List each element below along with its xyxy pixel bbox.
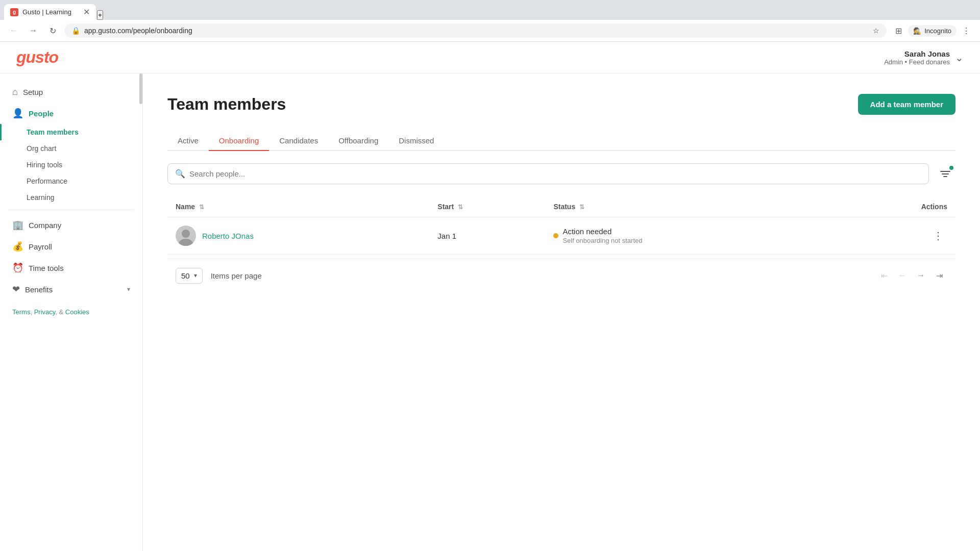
per-page-selector[interactable]: 50 ▾ — [176, 268, 203, 284]
search-icon: 🔍 — [175, 169, 185, 179]
sidebar-label-team-members: Team members — [27, 128, 79, 136]
column-header-name[interactable]: Name ⇅ — [167, 196, 429, 217]
lock-icon: 🔒 — [71, 27, 80, 35]
sidebar-label-people: People — [29, 109, 54, 118]
sidebar-item-payroll[interactable]: 💰 Payroll — [0, 236, 142, 257]
tab-title: Gusto | Learning — [22, 8, 79, 16]
status-sublabel: Self onboarding not started — [562, 237, 642, 244]
page-title: Team members — [167, 95, 286, 114]
start-sort-icon: ⇅ — [458, 204, 463, 211]
pagination-nav: ⇤ ← → ⇥ — [876, 267, 947, 284]
tab-onboarding[interactable]: Onboarding — [209, 131, 269, 151]
next-page-button[interactable]: → — [913, 267, 929, 284]
incognito-icon: 🕵 — [913, 27, 921, 35]
row-actions-button[interactable]: ⋮ — [929, 228, 947, 244]
sidebar-label-setup: Setup — [23, 88, 43, 96]
sidebar-item-time-tools[interactable]: ⏰ Time tools — [0, 257, 142, 279]
sidebar-item-org-chart[interactable]: Org chart — [0, 140, 142, 157]
privacy-link[interactable]: Privacy — [34, 308, 56, 316]
svg-point-4 — [182, 230, 190, 238]
app-header: gusto Sarah Jonas Admin • Feed donares ⌄ — [0, 42, 980, 73]
benefits-icon: ❤ — [12, 284, 20, 295]
cookies-link[interactable]: Cookies — [65, 308, 89, 316]
prev-page-button[interactable]: ← — [894, 267, 911, 284]
column-header-start[interactable]: Start ⇅ — [429, 196, 545, 217]
tab-close-button[interactable]: ✕ — [83, 7, 90, 17]
setup-icon: ⌂ — [12, 87, 18, 97]
column-header-status[interactable]: Status ⇅ — [545, 196, 837, 217]
people-icon: 👤 — [12, 108, 23, 119]
tab-offboarding[interactable]: Offboarding — [328, 131, 388, 151]
user-details: Sarah Jonas Admin • Feed donares — [884, 49, 950, 66]
status-dot — [553, 233, 558, 238]
tab-candidates[interactable]: Candidates — [269, 131, 328, 151]
back-button[interactable]: ← — [6, 23, 21, 38]
sidebar-label-company: Company — [29, 221, 61, 230]
incognito-badge: 🕵 Incognito — [908, 25, 957, 37]
page-header: Team members Add a team member — [167, 94, 955, 115]
sidebar-label-performance: Performance — [27, 177, 67, 185]
new-tab-button[interactable]: + — [97, 10, 103, 20]
sidebar-divider — [8, 210, 134, 210]
pagination-row: 50 ▾ Items per page ⇤ ← → ⇥ — [167, 259, 955, 292]
benefits-chevron: ▾ — [127, 286, 130, 293]
sidebar-item-learning[interactable]: Learning — [0, 189, 142, 206]
terms-link[interactable]: Terms — [12, 308, 30, 316]
user-name: Sarah Jonas — [884, 49, 950, 58]
filter-active-dot — [949, 166, 953, 170]
active-tab[interactable]: g Gusto | Learning ✕ — [4, 4, 96, 20]
sidebar-item-hiring-tools[interactable]: Hiring tools — [0, 157, 142, 173]
search-input[interactable] — [189, 169, 921, 178]
user-role: Admin • Feed donares — [884, 58, 950, 66]
tabs: Active Onboarding Candidates Offboarding… — [167, 131, 955, 151]
sidebar-item-setup[interactable]: ⌂ Setup — [0, 82, 142, 103]
tab-active[interactable]: Active — [167, 131, 209, 151]
team-members-table: Name ⇅ Start ⇅ Status ⇅ Actions — [167, 196, 955, 255]
forward-button[interactable]: → — [26, 23, 41, 38]
sidebar-label-org-chart: Org chart — [27, 144, 56, 153]
favicon: g — [10, 8, 18, 16]
star-icon: ☆ — [873, 27, 879, 35]
search-wrapper[interactable]: 🔍 — [167, 163, 929, 184]
tab-bar: g Gusto | Learning ✕ + — [0, 0, 980, 20]
url-text: app.gusto.com/people/onboarding — [84, 27, 869, 35]
status-label: Action needed — [562, 227, 642, 236]
last-page-button[interactable]: ⇥ — [931, 267, 947, 284]
sidebar-label-hiring-tools: Hiring tools — [27, 161, 62, 169]
user-menu-chevron: ⌄ — [955, 52, 964, 64]
items-per-page-label: Items per page — [211, 271, 262, 280]
avatar — [176, 226, 196, 246]
sidebar-item-performance[interactable]: Performance — [0, 173, 142, 189]
search-row: 🔍 — [167, 163, 955, 184]
member-name-cell: Roberto JOnas — [167, 217, 429, 255]
sidebar-item-company[interactable]: 🏢 Company — [0, 214, 142, 236]
column-header-actions: Actions — [838, 196, 955, 217]
profile-switcher-button[interactable]: ⊞ — [891, 23, 906, 38]
member-name-link[interactable]: Roberto JOnas — [202, 232, 254, 240]
name-sort-icon: ⇅ — [199, 204, 204, 211]
per-page-chevron: ▾ — [194, 272, 197, 279]
sidebar-item-people[interactable]: 👤 People — [0, 103, 142, 124]
user-menu[interactable]: Sarah Jonas Admin • Feed donares ⌄ — [884, 49, 964, 66]
sidebar-footer: Terms, Privacy, & Cookies — [0, 300, 142, 324]
main-content: Team members Add a team member Active On… — [143, 73, 980, 551]
nav-icons: ⊞ 🕵 Incognito ⋮ — [891, 23, 974, 38]
address-bar[interactable]: 🔒 app.gusto.com/people/onboarding ☆ — [64, 23, 887, 38]
sidebar-label-time-tools: Time tools — [29, 264, 64, 272]
status-sort-icon: ⇅ — [579, 204, 584, 211]
scroll-indicator — [139, 73, 142, 104]
table-row: Roberto JOnas Jan 1 Action needed Self o… — [167, 217, 955, 255]
reload-button[interactable]: ↻ — [45, 23, 60, 38]
sidebar-item-benefits[interactable]: ❤ Benefits ▾ — [0, 279, 142, 300]
sidebar-label-benefits: Benefits — [25, 285, 53, 294]
first-page-button[interactable]: ⇤ — [876, 267, 892, 284]
member-actions-cell: ⋮ — [838, 217, 955, 255]
sidebar-item-team-members[interactable]: Team members — [0, 124, 142, 140]
main-wrapper: ⌂ Setup 👤 People Team members Org chart … — [0, 73, 980, 551]
tab-dismissed[interactable]: Dismissed — [388, 131, 444, 151]
menu-button[interactable]: ⋮ — [959, 23, 974, 38]
browser-chrome: g Gusto | Learning ✕ + ← → ↻ 🔒 app.gusto… — [0, 0, 980, 42]
filter-button[interactable] — [935, 164, 955, 184]
add-team-member-button[interactable]: Add a team member — [858, 94, 955, 115]
sidebar-label-learning: Learning — [27, 193, 55, 202]
